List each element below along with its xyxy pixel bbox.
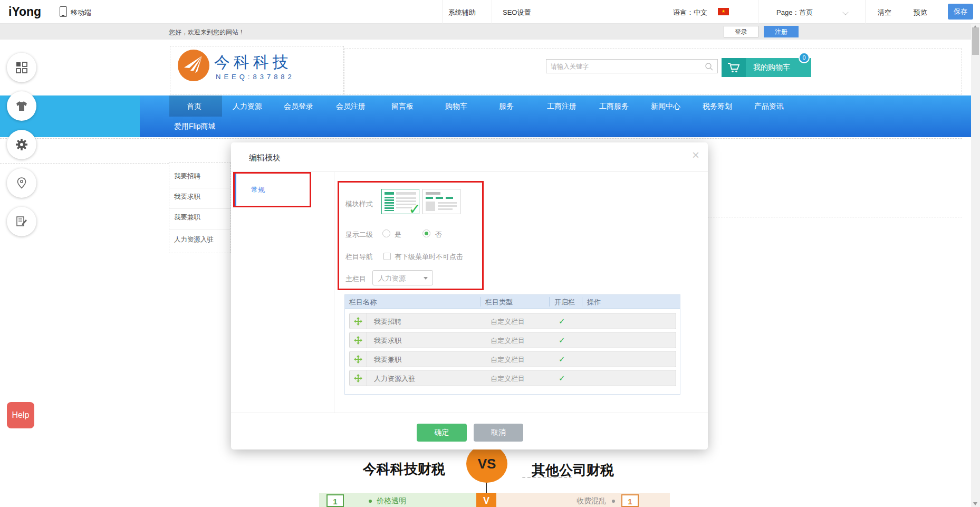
seo-settings-menu[interactable]: SEO设置 [503, 8, 531, 17]
china-flag-icon: ★ [718, 8, 729, 15]
preview-button[interactable]: 预览 [914, 8, 927, 17]
grid-icon [16, 62, 27, 73]
nav-item-services[interactable]: 服务 [499, 102, 514, 111]
drag-move-icon[interactable] [350, 351, 367, 367]
search-icon[interactable] [705, 62, 713, 71]
left-item-text: 价格透明 [377, 496, 406, 506]
search-input[interactable] [551, 60, 698, 73]
table-row[interactable]: 我要招聘 自定义栏目 ✓ [349, 313, 676, 329]
chevron-down-icon [424, 277, 428, 280]
edit-note-icon [15, 215, 28, 228]
divider [758, 0, 758, 24]
nav-item-cart[interactable]: 购物车 [445, 102, 467, 111]
clear-button[interactable]: 清空 [878, 8, 891, 17]
nav-item-flip-mall[interactable]: 爱用Flip商城 [174, 122, 216, 131]
module-style-option-1-selected[interactable]: ✓ [381, 189, 419, 214]
table-row[interactable]: 我要兼职 自定义栏目 ✓ [349, 351, 676, 367]
theme-tool-button[interactable] [7, 91, 36, 121]
radio-yes[interactable] [382, 229, 390, 237]
scroll-down-arrow-icon[interactable] [973, 502, 977, 505]
row-name: 我要求职 [374, 336, 401, 346]
main-column-select[interactable]: 人力资源 [372, 270, 433, 285]
nav-item-business-services[interactable]: 工商服务 [599, 102, 629, 111]
screen: iYong 移动端 系统辅助 SEO设置 语言：中文 ★ Page：首页 清空 … [0, 0, 980, 507]
vs-small-badge: V [476, 493, 496, 507]
system-help-menu[interactable]: 系统辅助 [448, 8, 476, 17]
nav-item-member-login[interactable]: 会员登录 [284, 102, 313, 111]
my-cart-button[interactable]: 我的购物车 [722, 58, 811, 77]
vs-left-title: 今科科技财税 [363, 460, 445, 479]
radio-no-label[interactable]: 否 [435, 230, 442, 240]
nav-item-product-info[interactable]: 产品资讯 [754, 102, 784, 111]
show-secondary-label: 显示二级 [345, 230, 373, 240]
bullet-icon [612, 500, 615, 503]
nav-item-message-board[interactable]: 留言板 [391, 102, 414, 111]
divider [231, 413, 708, 413]
column-nav-label: 栏目导航 [345, 252, 373, 262]
enabled-check-icon: ✓ [559, 355, 565, 364]
column-nav-checkbox[interactable] [383, 253, 391, 260]
side-menu-item[interactable]: 我要招聘 [174, 172, 200, 181]
layout-tool-button[interactable] [7, 53, 36, 82]
side-menu-item[interactable]: 我要求职 [174, 193, 200, 202]
radio-yes-label[interactable]: 是 [395, 230, 401, 240]
nav-item-home[interactable]: 首页 [187, 102, 201, 111]
nav-item-news-center[interactable]: 新闻中心 [651, 102, 680, 111]
login-button[interactable]: 登录 [724, 26, 758, 37]
location-tool-button[interactable] [7, 168, 36, 198]
nav-item-member-register[interactable]: 会员注册 [336, 102, 366, 111]
app-logo: iYong [8, 5, 41, 19]
editor-row-guide [708, 217, 962, 217]
help-button[interactable]: Help [7, 402, 34, 428]
edit-module-modal: 编辑模块 × 常规 模块样式 ✓ [231, 142, 708, 449]
welcome-text: 您好，欢迎来到您的网站！ [169, 28, 245, 37]
module-style-option-2[interactable] [422, 189, 460, 214]
side-menu-item[interactable]: 人力资源入驻 [174, 235, 214, 244]
location-pin-icon [16, 177, 27, 189]
divider [549, 297, 550, 307]
nav-item-business-register[interactable]: 工商注册 [547, 102, 577, 111]
drag-move-icon[interactable] [350, 313, 367, 329]
tab-general[interactable]: 常规 [235, 174, 310, 206]
language-selector[interactable]: 语言：中文 [673, 8, 707, 17]
nav-item-hr[interactable]: 人力资源 [233, 102, 262, 111]
drag-move-icon[interactable] [350, 370, 367, 386]
table-row[interactable]: 我要求职 自定义栏目 ✓ [349, 332, 676, 348]
save-button[interactable]: 保存 [948, 4, 973, 20]
gear-icon [15, 138, 28, 151]
scrollbar-thumb[interactable] [972, 27, 979, 55]
radio-no-selected[interactable] [422, 229, 430, 237]
tshirt-icon [15, 100, 28, 112]
row-name: 我要招聘 [374, 317, 401, 327]
register-button[interactable]: 注册 [764, 26, 799, 37]
mobile-toggle[interactable]: 移动端 [71, 8, 91, 17]
row-type: 自定义栏目 [491, 336, 525, 346]
vs-connector-line [486, 481, 487, 494]
nav-item-tax-planning[interactable]: 税务筹划 [703, 102, 732, 111]
cancel-button[interactable]: 取消 [474, 424, 523, 442]
col-header-type: 栏目类型 [485, 298, 513, 307]
column-nav-checkbox-label[interactable]: 有下级菜单时不可点击 [395, 252, 463, 262]
divider [169, 188, 231, 188]
vertical-scrollbar[interactable] [971, 24, 980, 507]
settings-tool-button[interactable] [7, 130, 36, 159]
close-icon[interactable]: × [692, 148, 699, 162]
edit-tool-button[interactable] [7, 207, 36, 236]
confirm-button[interactable]: 确定 [417, 424, 467, 442]
divider [492, 0, 492, 24]
selected-check-icon: ✓ [409, 200, 421, 218]
drag-move-icon[interactable] [350, 332, 367, 348]
divider [334, 171, 334, 413]
vs-right-title: 其他公司财税 [532, 461, 614, 480]
page-selector[interactable]: Page：首页 [776, 8, 813, 17]
cart-icon-zone [722, 58, 746, 77]
tab-general-label: 常规 [251, 185, 265, 195]
table-row[interactable]: 人力资源入驻 自定义栏目 ✓ [349, 370, 676, 386]
side-menu-item[interactable]: 我要兼职 [174, 213, 200, 222]
cart-count-badge: 0 [799, 52, 810, 63]
table-header: 栏目名称 栏目类型 开启栏 操作 [345, 295, 680, 309]
chevron-down-icon[interactable] [842, 9, 848, 15]
divider [442, 0, 443, 24]
site-header [0, 40, 971, 95]
right-compare-panel [477, 493, 670, 507]
